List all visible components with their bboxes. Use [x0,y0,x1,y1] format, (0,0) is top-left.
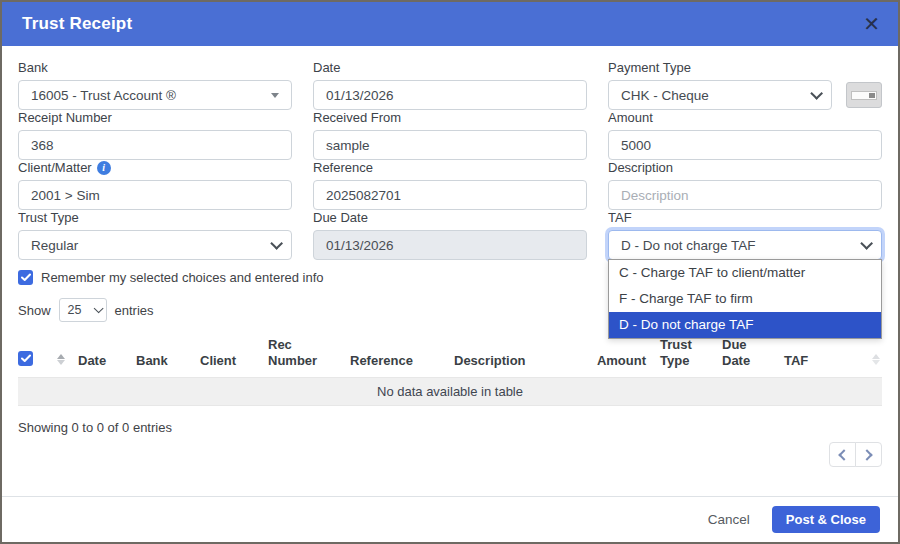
column-header-date[interactable]: Date [78,353,136,369]
trust-type-select[interactable]: Regular [18,230,292,260]
column-header-rec-number[interactable]: Rec Number [268,337,350,369]
chevron-down-icon [93,303,103,313]
taf-value: D - Do not charge TAF [621,238,860,253]
client-matter-label: Client/Matter i [18,160,292,176]
trust-receipt-modal: Trust Receipt ✕ Bank 16005 - Trust Accou… [0,0,900,544]
column-header-trust-type[interactable]: Trust Type [660,337,722,369]
taf-field-group: TAF D - Do not charge TAF C - Charge TAF… [608,210,882,260]
column-header-bank[interactable]: Bank [136,353,200,369]
cheque-icon [851,91,877,100]
table-empty-row: No data available in table [18,377,882,406]
check-icon [21,273,31,282]
receipt-number-field-group: Receipt Number [18,110,292,160]
post-and-close-button[interactable]: Post & Close [772,506,880,533]
table-header-row: Date Bank Client Rec Number Reference De… [18,337,882,377]
payment-type-field-group: Payment Type CHK - Cheque [608,60,882,110]
trust-type-label: Trust Type [18,210,292,226]
bank-select-value: 16005 - Trust Account ® [31,88,271,103]
page-title: Trust Receipt [22,14,132,34]
amount-label: Amount [608,110,882,126]
info-icon[interactable]: i [97,161,111,175]
select-all-cell [18,351,44,369]
reference-field-group: Reference [313,160,587,210]
column-header-reference[interactable]: Reference [350,353,454,369]
taf-option-charge-firm[interactable]: F - Charge TAF to firm [609,286,881,312]
cheque-image-button[interactable] [846,82,882,108]
client-matter-input[interactable] [18,180,292,210]
chevron-right-icon [861,449,872,460]
received-from-input[interactable] [313,130,587,160]
trust-type-field-group: Trust Type Regular [18,210,292,260]
description-field-group: Description [608,160,882,210]
check-icon [21,354,31,363]
cancel-button[interactable]: Cancel [708,512,750,527]
bank-label: Bank [18,60,292,76]
previous-page-button[interactable] [829,442,856,467]
column-header-due-date[interactable]: Due Date [722,337,784,369]
reference-input[interactable] [313,180,587,210]
due-date-field-group: Due Date [313,210,587,260]
amount-field-group: Amount [608,110,882,160]
taf-option-do-not-charge[interactable]: D - Do not charge TAF [609,312,881,338]
payment-type-select[interactable]: CHK - Cheque [608,80,832,110]
due-date-label: Due Date [313,210,587,226]
bank-field-group: Bank 16005 - Trust Account ® [18,60,292,110]
payment-type-label: Payment Type [608,60,882,76]
column-header-description[interactable]: Description [454,353,586,369]
sort-icon [57,354,65,365]
pagination [18,442,882,467]
page-length-select[interactable]: 25 [59,298,107,322]
modal-footer: Cancel Post & Close [2,496,898,542]
form-grid: Bank 16005 - Trust Account ® Date Paymen… [18,60,882,260]
taf-select[interactable]: D - Do not charge TAF [608,230,882,260]
description-input[interactable] [608,180,882,210]
sort-icon [872,354,880,365]
page-length-value: 25 [68,303,82,317]
column-header-amount[interactable]: Amount [586,353,660,369]
payment-type-value: CHK - Cheque [621,88,810,103]
client-matter-field-group: Client/Matter i [18,160,292,210]
date-input[interactable] [313,80,587,110]
chevron-down-icon [271,93,279,98]
close-icon[interactable]: ✕ [863,14,880,34]
date-field-group: Date [313,60,587,110]
sort-column-header[interactable] [44,347,78,369]
chevron-down-icon [810,87,823,100]
column-header-client[interactable]: Client [200,353,268,369]
date-label: Date [313,60,587,76]
bank-select[interactable]: 16005 - Trust Account ® [18,80,292,110]
taf-dropdown-panel: C - Charge TAF to client/matter F - Char… [608,259,882,339]
next-page-button[interactable] [855,442,882,467]
trust-type-value: Regular [31,238,270,253]
due-date-input [313,230,587,260]
received-from-label: Received From [313,110,587,126]
receipt-number-label: Receipt Number [18,110,292,126]
receipt-number-input[interactable] [18,130,292,160]
modal-body: Bank 16005 - Trust Account ® Date Paymen… [2,46,898,496]
remember-checkbox[interactable] [18,270,33,285]
received-from-field-group: Received From [313,110,587,160]
show-entries-prefix: Show [18,303,51,318]
reference-label: Reference [313,160,587,176]
amount-input[interactable] [608,130,882,160]
column-header-extra[interactable] [840,347,882,369]
chevron-down-icon [270,237,283,250]
remember-label: Remember my selected choices and entered… [41,270,324,285]
description-label: Description [608,160,882,176]
client-matter-label-text: Client/Matter [18,160,92,176]
show-entries-suffix: entries [115,303,154,318]
taf-label: TAF [608,210,882,226]
table-summary: Showing 0 to 0 of 0 entries [18,420,882,435]
modal-header: Trust Receipt ✕ [2,2,898,46]
column-header-taf[interactable]: TAF [784,353,840,369]
select-all-checkbox[interactable] [18,351,33,366]
chevron-left-icon [838,449,849,460]
chevron-down-icon [860,237,873,250]
taf-option-charge-client[interactable]: C - Charge TAF to client/matter [609,260,881,286]
